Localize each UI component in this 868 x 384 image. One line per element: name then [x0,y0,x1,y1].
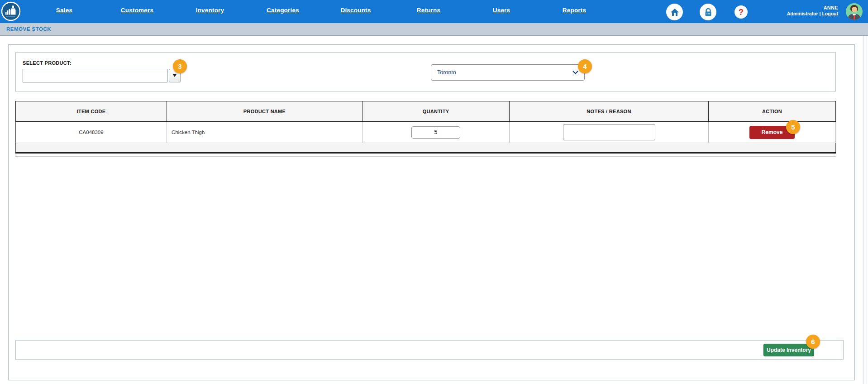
column-header-product-name: PRODUCT NAME [167,101,362,122]
stock-table: ITEM CODE PRODUCT NAME QUANTITY NOTES / … [15,101,836,154]
chevron-down-icon [572,71,578,74]
top-navbar: Sales Customers Inventory Categories Dis… [0,0,868,23]
notes-cell [510,122,709,143]
user-block: ANNE Administrator | Logout [787,5,838,17]
user-role: Administrator [787,11,818,16]
remove-stock-page: Sales Customers Inventory Categories Dis… [0,0,868,384]
table-header-row: ITEM CODE PRODUCT NAME QUANTITY NOTES / … [16,101,836,122]
question-mark-glyph: ? [739,8,744,16]
nav-item-customers[interactable]: Customers [121,7,153,14]
quantity-cell [362,122,510,143]
product-search-input[interactable] [23,69,167,82]
select-product-label: SELECT PRODUCT: [23,60,72,66]
help-icon[interactable]: ? [734,5,748,19]
nav-item-inventory[interactable]: Inventory [196,7,224,14]
main-content-panel [8,44,855,380]
table-row: CA048309 Chicken Thigh Remove [16,122,836,143]
product-name-cell: Chicken Thigh [167,122,362,143]
nav-item-discounts[interactable]: Discounts [340,7,371,14]
column-header-item-code: ITEM CODE [16,101,167,122]
avatar-face [852,7,857,12]
table-footer-row [16,143,836,153]
column-header-notes: NOTES / REASON [510,101,709,122]
logout-link[interactable]: Logout [822,11,838,16]
breadcrumb: REMOVE STOCK [6,26,51,32]
dropdown-arrow-icon [173,74,176,77]
lock-icon[interactable] [700,4,716,20]
breadcrumb-bar: REMOVE STOCK [0,23,868,36]
bottom-action-bar [15,340,844,360]
nav-item-reports[interactable]: Reports [563,7,586,14]
action-cell: Remove [709,122,836,143]
nav-item-categories[interactable]: Categories [267,7,299,14]
notes-input[interactable] [563,124,655,140]
logo-icon [1,1,21,21]
step-badge-4: 4 [578,59,592,73]
nav-item-sales[interactable]: Sales [56,7,72,14]
step-badge-3: 3 [173,59,187,73]
vertical-scrollbar[interactable] [863,36,867,384]
step-badge-6: 6 [806,335,820,349]
column-header-quantity: QUANTITY [362,101,510,122]
item-code-cell: CA048309 [16,122,167,143]
nav-item-returns[interactable]: Returns [417,7,440,14]
app-logo[interactable] [1,1,21,21]
step-badge-5: 5 [786,120,800,134]
update-inventory-button[interactable]: Update Inventory [763,344,814,356]
nav-item-users[interactable]: Users [493,7,510,14]
user-avatar[interactable] [846,3,863,20]
quantity-input[interactable] [411,126,460,139]
column-header-action: ACTION [709,101,836,122]
avatar-tie [854,15,855,20]
user-name: ANNE [787,5,838,11]
home-icon[interactable] [666,4,683,20]
location-select-value: Toronto [437,69,572,76]
location-select[interactable]: Toronto [431,64,585,81]
user-separator: | [820,11,821,16]
